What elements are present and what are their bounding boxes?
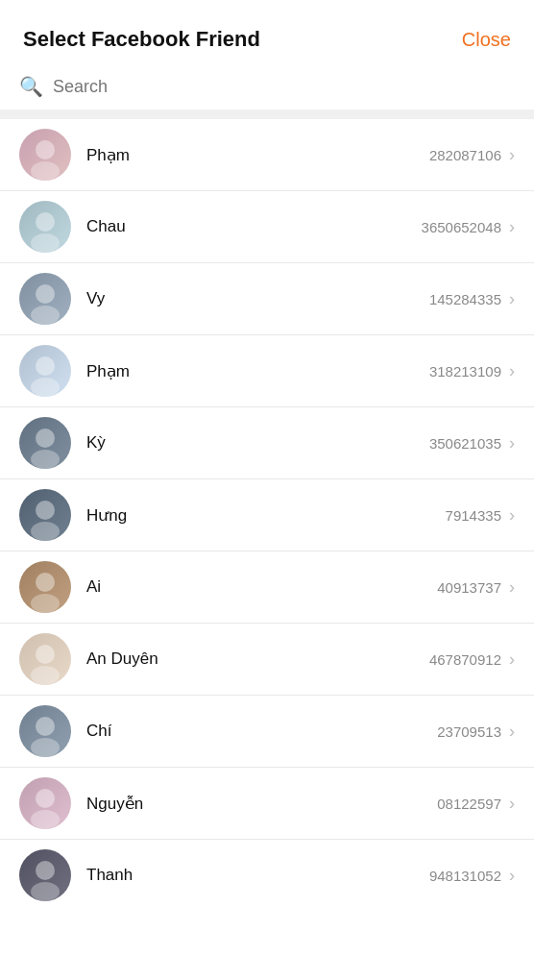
list-item[interactable]: Nguyễn08122597› — [0, 768, 534, 840]
svg-point-5 — [31, 306, 60, 325]
chevron-right-icon: › — [509, 649, 515, 670]
svg-point-13 — [31, 594, 60, 613]
list-item[interactable]: Hưng7914335› — [0, 479, 534, 551]
chevron-right-icon: › — [509, 722, 515, 742]
section-divider — [0, 110, 534, 119]
close-button[interactable]: Close — [462, 29, 511, 51]
chevron-right-icon: › — [509, 433, 515, 453]
svg-point-4 — [36, 284, 55, 304]
svg-point-3 — [31, 233, 60, 253]
chevron-right-icon: › — [509, 145, 515, 165]
avatar — [19, 489, 71, 541]
avatar — [19, 273, 71, 325]
list-item[interactable]: Vy145284335› — [0, 263, 534, 335]
friend-id: 948131052 — [429, 868, 501, 884]
avatar — [19, 345, 71, 397]
friend-id: 467870912 — [429, 651, 501, 668]
friend-name: Nguyễn — [86, 794, 437, 814]
list-item[interactable]: Chí23709513› — [0, 696, 534, 768]
friend-name: Thanh — [86, 866, 429, 885]
friend-name: An Duyên — [86, 649, 429, 669]
svg-point-20 — [36, 861, 55, 880]
svg-point-9 — [31, 450, 60, 469]
svg-point-18 — [36, 789, 55, 808]
chevron-right-icon: › — [509, 289, 515, 309]
svg-point-2 — [36, 212, 55, 232]
friend-name: Ai — [86, 577, 437, 597]
friend-name: Hưng — [86, 505, 446, 526]
svg-point-7 — [31, 378, 60, 397]
list-item[interactable]: Phạm282087106› — [0, 119, 534, 191]
friend-id: 7914335 — [446, 507, 501, 524]
avatar — [19, 417, 71, 469]
svg-point-15 — [31, 666, 60, 685]
friend-id: 318213109 — [429, 363, 501, 380]
list-item[interactable]: An Duyên467870912› — [0, 624, 534, 696]
svg-point-11 — [31, 522, 60, 541]
friend-id: 08122597 — [437, 796, 501, 812]
friend-list: Phạm282087106› Chau3650652048› Vy1452843… — [0, 119, 534, 911]
avatar — [19, 561, 71, 613]
svg-point-10 — [36, 501, 55, 520]
friend-name: Vy — [86, 289, 429, 308]
page-title: Select Facebook Friend — [23, 27, 260, 52]
svg-point-8 — [36, 429, 55, 448]
friend-name: Chau — [86, 217, 422, 236]
search-bar: 🔍 — [0, 67, 534, 110]
friend-name: Chí — [86, 722, 437, 741]
svg-point-0 — [36, 140, 55, 159]
chevron-right-icon: › — [509, 361, 515, 381]
chevron-right-icon: › — [509, 577, 515, 598]
svg-point-16 — [36, 717, 55, 736]
svg-point-12 — [36, 573, 55, 592]
svg-point-17 — [31, 738, 60, 757]
svg-point-21 — [31, 882, 60, 901]
avatar — [19, 201, 71, 253]
avatar — [19, 705, 71, 757]
svg-point-1 — [31, 161, 60, 181]
search-icon: 🔍 — [19, 75, 43, 98]
friend-name: Phạm — [86, 145, 429, 165]
list-item[interactable]: Chau3650652048› — [0, 191, 534, 263]
avatar — [19, 777, 71, 829]
friend-id: 23709513 — [437, 723, 501, 740]
friend-id: 145284335 — [429, 291, 501, 307]
friend-id: 3650652048 — [422, 219, 501, 235]
chevron-right-icon: › — [509, 866, 515, 886]
friend-name: Phạm — [86, 361, 429, 381]
header: Select Facebook Friend Close — [0, 0, 534, 67]
svg-point-6 — [36, 356, 55, 376]
friend-id: 282087106 — [429, 147, 501, 163]
list-item[interactable]: Phạm318213109› — [0, 335, 534, 407]
search-input[interactable] — [53, 77, 515, 97]
avatar — [19, 633, 71, 685]
svg-point-14 — [36, 645, 55, 664]
chevron-right-icon: › — [509, 505, 515, 526]
avatar — [19, 849, 71, 901]
chevron-right-icon: › — [509, 794, 515, 814]
friend-id: 40913737 — [437, 579, 501, 596]
list-item[interactable]: Kỳ350621035› — [0, 407, 534, 479]
list-item[interactable]: Thanh948131052› — [0, 840, 534, 911]
avatar — [19, 129, 71, 181]
friend-id: 350621035 — [429, 435, 501, 452]
chevron-right-icon: › — [509, 217, 515, 237]
friend-name: Kỳ — [86, 433, 429, 453]
svg-point-19 — [31, 810, 60, 829]
list-item[interactable]: Ai40913737› — [0, 551, 534, 624]
